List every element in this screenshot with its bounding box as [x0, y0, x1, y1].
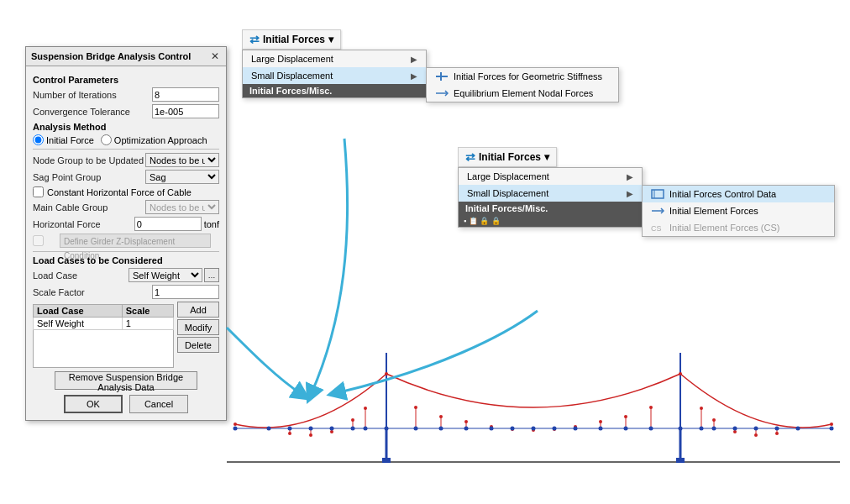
analysis-dialog: Suspension Bridge Analysis Control ✕ Con… — [25, 46, 227, 421]
initial-forces-top-label: Initial Forces — [263, 34, 325, 45]
svg-point-74 — [574, 427, 578, 431]
svg-point-75 — [599, 427, 603, 431]
svg-point-63 — [330, 427, 334, 431]
small-displacement-item-bottom[interactable]: Small Displacement ▶ Initial Forces Cont… — [459, 185, 642, 202]
large-displacement-item-top[interactable]: Large Displacement ▶ — [243, 50, 426, 67]
small-displacement-item-top[interactable]: Small Displacement ▶ Initial Forces for … — [243, 67, 426, 84]
submenu-bottom-item3[interactable]: CS Initial Element Forces (CS) — [643, 219, 834, 236]
submenu-bottom-item2[interactable]: Initial Element Forces — [643, 202, 834, 219]
svg-point-70 — [490, 427, 494, 431]
svg-point-80 — [712, 427, 716, 431]
small-displacement-label-bottom: Small Displacement — [467, 188, 548, 198]
svg-point-49 — [599, 420, 602, 423]
table-row[interactable]: Self Weight 1 — [34, 318, 174, 330]
svg-point-68 — [439, 427, 443, 431]
svg-text:CS: CS — [651, 224, 662, 233]
table-col-scale: Scale — [122, 305, 173, 318]
convergence-input[interactable] — [152, 104, 219, 118]
scale-factor-input[interactable] — [152, 285, 219, 299]
analysis-method-group: Initial Force Optimization Approach — [33, 134, 219, 145]
submenu-top-item1-label: Initial Forces for Geometric Stiffness — [454, 71, 602, 81]
svg-point-79 — [700, 427, 704, 431]
large-displacement-label-bottom: Large Displacement — [467, 171, 549, 181]
add-button[interactable]: Add — [177, 302, 219, 318]
svg-point-60 — [267, 427, 271, 431]
node-group-select[interactable]: Nodes to be up — [145, 153, 219, 167]
svg-point-64 — [351, 427, 355, 431]
svg-rect-89 — [676, 458, 685, 463]
svg-rect-3 — [652, 190, 664, 198]
ok-button[interactable]: OK — [64, 395, 123, 413]
load-case-select[interactable]: Self Weight — [129, 268, 202, 282]
toolbar-row: ▪ 📋 🔒 🔒 — [459, 215, 642, 227]
svg-point-65 — [364, 427, 368, 431]
constant-force-checkbox[interactable] — [33, 186, 44, 197]
large-disp-arrow-bottom: ▶ — [627, 172, 633, 181]
initial-forces-misc-top[interactable]: Initial Forces/Misc. — [243, 84, 426, 97]
remove-button[interactable]: Remove Suspension Bridge Analysis Data — [55, 371, 197, 390]
initial-forces-bottom-btn[interactable]: ⇄ Initial Forces ▾ — [458, 147, 557, 167]
dialog-close-button[interactable]: ✕ — [209, 50, 221, 62]
convergence-label: Convergence Tolerance — [33, 107, 152, 117]
svg-point-55 — [733, 430, 737, 433]
svg-point-50 — [624, 415, 627, 418]
small-disp-arrow-top: ▶ — [411, 71, 417, 81]
svg-point-71 — [511, 427, 515, 431]
node-group-label: Node Group to be Updated — [33, 155, 145, 165]
sag-group-select[interactable]: Sag — [145, 170, 219, 184]
bridge-svg — [227, 328, 840, 487]
menu-bottom: ⇄ Initial Forces ▾ Large Displacement ▶ … — [458, 147, 557, 167]
svg-point-59 — [233, 427, 238, 431]
initial-forces-top-btn[interactable]: ⇄ Initial Forces ▾ — [242, 29, 341, 50]
girder-checkbox[interactable] — [33, 235, 44, 246]
svg-point-52 — [679, 372, 682, 375]
iterations-input[interactable] — [152, 87, 219, 102]
analysis-method-label: Analysis Method — [33, 122, 219, 132]
delete-button[interactable]: Delete — [177, 337, 219, 353]
cancel-button[interactable]: Cancel — [129, 395, 188, 413]
unit-label: tonf — [204, 219, 219, 229]
load-case-field-label: Load Case — [33, 270, 129, 281]
main-cable-label: Main Cable Group — [33, 202, 145, 213]
svg-point-42 — [439, 415, 443, 418]
initial-forces-misc-bottom[interactable]: Initial Forces/Misc. — [459, 202, 642, 215]
svg-point-51 — [649, 406, 653, 409]
svg-point-69 — [464, 427, 469, 431]
load-cases-label: Load Cases to be Considered — [33, 255, 219, 265]
svg-point-83 — [775, 427, 779, 431]
submenu-bottom-item3-label: Initial Element Forces (CS) — [669, 223, 779, 233]
table-cell-loadcase: Self Weight — [34, 318, 123, 330]
small-disp-arrow-bottom: ▶ — [627, 189, 633, 198]
main-cable-select[interactable]: Nodes to be updat — [145, 200, 219, 214]
sag-group-label: Sag Point Group — [33, 172, 145, 182]
svg-point-77 — [649, 427, 653, 431]
svg-point-58 — [830, 423, 833, 426]
submenu-top-item1[interactable]: Initial Forces for Geometric Stiffness — [427, 68, 618, 85]
svg-point-73 — [553, 427, 557, 431]
horizontal-force-input[interactable] — [134, 217, 202, 231]
svg-point-38 — [351, 418, 354, 422]
submenu-bottom-item1[interactable]: Initial Forces Control Data — [643, 186, 834, 202]
large-displacement-item-bottom[interactable]: Large Displacement ▶ — [459, 168, 642, 185]
scale-factor-label: Scale Factor — [33, 287, 152, 297]
submenu-top-item2-label: Equilibrium Element Nodal Forces — [454, 88, 593, 98]
svg-point-41 — [414, 406, 417, 409]
svg-point-35 — [288, 432, 291, 435]
control-data-icon — [651, 189, 664, 199]
constant-force-label: Constant Horizontal Force of Cable — [47, 187, 192, 197]
large-displacement-label-top: Large Displacement — [251, 54, 333, 64]
svg-point-62 — [309, 427, 313, 431]
modify-button[interactable]: Modify — [177, 319, 219, 335]
submenu-top-item2[interactable]: Equilibrium Element Nodal Forces — [427, 85, 618, 102]
svg-point-67 — [414, 427, 418, 431]
svg-point-53 — [700, 407, 703, 410]
table-empty-area — [33, 330, 174, 368]
radio-optimization[interactable]: Optimization Approach — [101, 134, 207, 145]
svg-point-85 — [830, 427, 834, 431]
load-case-browse-btn[interactable]: … — [204, 268, 219, 282]
submenu-bottom: Initial Forces Control Data Initial Elem… — [642, 185, 835, 237]
dropdown-arrow-top: ▾ — [328, 34, 333, 45]
radio-initial-force[interactable]: Initial Force — [33, 134, 94, 145]
submenu-bottom-item1-label: Initial Forces Control Data — [669, 189, 776, 199]
element-forces-cs-icon: CS — [651, 223, 664, 233]
